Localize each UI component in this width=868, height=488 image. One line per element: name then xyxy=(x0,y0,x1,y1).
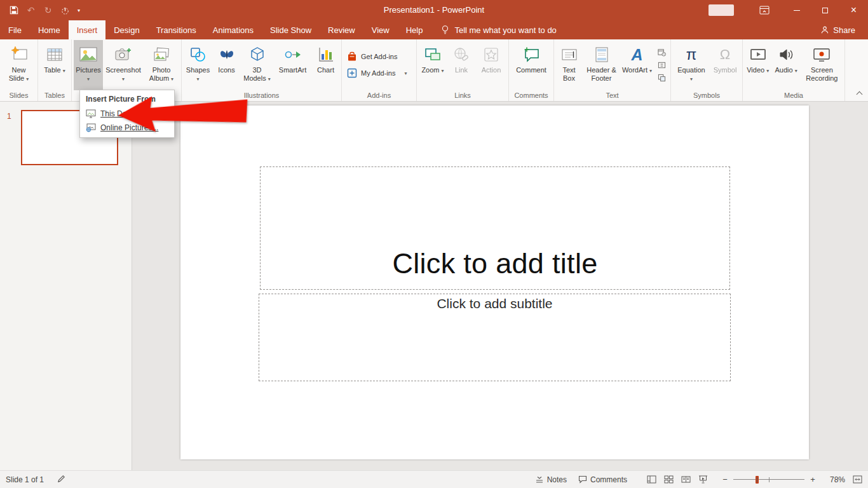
slideshow-view-button[interactable] xyxy=(695,471,712,488)
screenshot-button[interactable]: Screenshot ▾ xyxy=(104,40,142,90)
comments-button[interactable]: Comments xyxy=(573,471,633,488)
tab-slide-show[interactable]: Slide Show xyxy=(262,20,320,39)
shapes-button[interactable]: Shapes ▾ xyxy=(184,40,213,90)
tab-insert[interactable]: Insert xyxy=(69,20,106,39)
accessibility-check-button[interactable] xyxy=(57,474,66,485)
zoom-slider[interactable] xyxy=(733,471,804,488)
group-label-media: Media xyxy=(743,90,844,101)
date-time-button[interactable] xyxy=(656,48,668,57)
tab-animations[interactable]: Animations xyxy=(205,20,262,39)
customize-qat-button[interactable]: ▾ xyxy=(74,8,84,13)
link-button[interactable]: Link xyxy=(448,40,475,90)
chart-button[interactable]: Chart xyxy=(312,40,340,90)
touch-mouse-mode-button[interactable] xyxy=(57,1,74,20)
audio-button[interactable]: Audio ▾ xyxy=(773,40,799,90)
tab-design[interactable]: Design xyxy=(105,20,147,39)
3d-models-button[interactable]: 3D Models ▾ xyxy=(241,40,274,90)
tab-transitions[interactable]: Transitions xyxy=(148,20,205,39)
insert-picture-menu: Insert Picture From This Device... Onlin… xyxy=(79,90,175,138)
action-button[interactable]: Action xyxy=(476,40,506,90)
dropdown-caret-icon: ▾ xyxy=(442,68,444,74)
group-media: Video ▾ Audio ▾ Screen Recording Media xyxy=(743,39,845,101)
zoom-button[interactable]: Zoom ▾ xyxy=(419,40,447,90)
group-text: Text Box Header & Footer A WordArt ▾ Tex… xyxy=(554,39,671,101)
get-addins-button[interactable]: Get Add-ins xyxy=(347,51,397,62)
minimize-icon xyxy=(794,10,800,11)
redo-button[interactable]: ↻ xyxy=(39,1,57,20)
title-placeholder[interactable]: Click to add title xyxy=(260,166,730,290)
header-footer-button[interactable]: Header & Footer xyxy=(584,40,620,90)
maximize-icon xyxy=(822,8,828,13)
title-bar: ↶ ↻ ▾ Presentation1 - PowerPoint × xyxy=(0,0,868,20)
fit-to-window-icon xyxy=(853,475,862,484)
fit-slide-to-window-button[interactable] xyxy=(849,471,865,488)
zoom-out-button[interactable]: − xyxy=(718,475,732,484)
screen-recording-button[interactable]: Screen Recording xyxy=(801,40,843,90)
comment-button[interactable]: Comment xyxy=(512,40,551,90)
symbol-button[interactable]: Ω Symbol xyxy=(710,40,740,90)
link-icon xyxy=(453,46,470,63)
pictures-button[interactable]: Pictures ▾ xyxy=(74,40,103,90)
close-button[interactable]: × xyxy=(839,0,868,20)
text-small-buttons xyxy=(655,40,669,90)
icons-icon xyxy=(219,46,235,63)
video-icon xyxy=(749,47,767,62)
text-box-button[interactable]: Text Box xyxy=(556,40,583,90)
person-icon xyxy=(820,25,829,34)
menu-item-this-device[interactable]: This Device... xyxy=(80,107,174,121)
collapse-ribbon-button[interactable] xyxy=(857,92,863,98)
group-label-symbols: Symbols xyxy=(671,90,742,101)
reading-view-button[interactable] xyxy=(677,471,695,488)
normal-view-button[interactable] xyxy=(643,471,660,488)
save-button[interactable] xyxy=(5,1,22,20)
equation-button[interactable]: π Equation ▾ xyxy=(674,40,709,90)
menu-item-online-pictures[interactable]: Online Pictures... xyxy=(80,121,174,135)
notes-button[interactable]: Notes xyxy=(529,471,573,488)
icons-button[interactable]: Icons xyxy=(214,40,240,90)
my-addins-button[interactable]: My Add-ins ▾ xyxy=(347,68,407,78)
group-label-comments: Comments xyxy=(509,90,553,101)
video-button[interactable]: Video ▾ xyxy=(744,40,771,90)
chart-icon xyxy=(318,46,334,63)
dropdown-caret-icon: ▾ xyxy=(63,68,65,74)
account-avatar[interactable] xyxy=(709,4,734,16)
zoom-slider-thumb[interactable] xyxy=(756,476,759,484)
group-tables: Table ▾ Tables xyxy=(38,39,72,101)
symbol-icon: Ω xyxy=(720,46,730,63)
group-label-illustrations: Illustrations xyxy=(182,90,341,101)
dropdown-caret-icon: ▾ xyxy=(122,76,125,82)
subtitle-placeholder-text: Click to add subtitle xyxy=(437,296,552,311)
group-label-addins: Add-ins xyxy=(342,90,416,101)
table-button[interactable]: Table ▾ xyxy=(39,40,70,90)
smartart-button[interactable]: SmartArt xyxy=(275,40,311,90)
group-label-tables: Tables xyxy=(38,90,71,101)
subtitle-placeholder[interactable]: Click to add subtitle xyxy=(259,294,731,381)
slide-canvas[interactable]: Click to add title Click to add subtitle xyxy=(180,105,809,459)
tab-view[interactable]: View xyxy=(363,20,398,39)
zoom-percentage[interactable]: 78% xyxy=(820,475,845,484)
powerpoint-window: ↶ ↻ ▾ Presentation1 - PowerPoint × File … xyxy=(0,0,868,488)
tab-review[interactable]: Review xyxy=(320,20,363,39)
undo-button[interactable]: ↶ xyxy=(22,1,39,20)
slide-number: 1 xyxy=(7,112,11,121)
wordart-button[interactable]: A WordArt ▾ xyxy=(621,40,654,90)
photo-album-button[interactable]: Photo Album ▾ xyxy=(144,40,179,90)
share-button[interactable]: Share xyxy=(808,20,868,39)
notes-icon xyxy=(535,476,544,484)
tell-me-box[interactable]: Tell me what you want to do xyxy=(441,20,556,39)
object-button[interactable] xyxy=(656,73,668,83)
dropdown-caret-icon: ▾ xyxy=(404,71,407,76)
statusbar-right: Notes Comments − + 78% xyxy=(529,471,868,488)
tab-file[interactable]: File xyxy=(0,20,30,39)
slide-sorter-view-button[interactable] xyxy=(660,471,677,488)
group-label-text: Text xyxy=(554,90,670,101)
minimize-button[interactable] xyxy=(782,0,811,20)
zoom-in-button[interactable]: + xyxy=(806,475,820,484)
tab-help[interactable]: Help xyxy=(398,20,431,39)
maximize-button[interactable] xyxy=(811,0,839,20)
ribbon-end-spacer xyxy=(845,39,868,101)
ribbon-display-options-button[interactable] xyxy=(753,0,776,20)
tab-home[interactable]: Home xyxy=(30,20,69,39)
slide-number-button[interactable] xyxy=(656,60,668,70)
new-slide-button[interactable]: New Slide ▾ xyxy=(1,40,36,90)
